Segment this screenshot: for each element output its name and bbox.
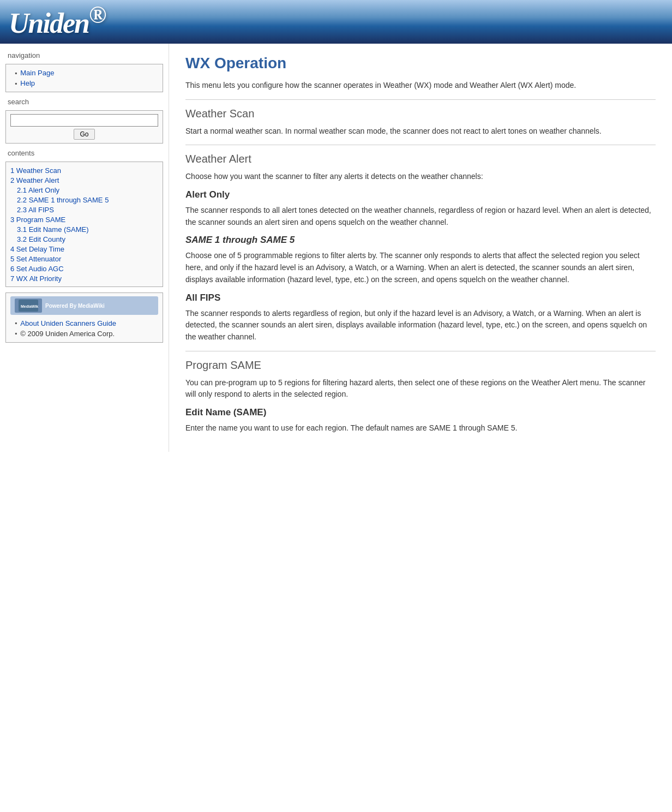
heading-program-same: Program SAME xyxy=(185,359,656,372)
contents-item-2-3[interactable]: 2.3 All FIPS xyxy=(10,205,158,214)
sidebar-footer-box: MediaWiki Powered By MediaWiki About Uni… xyxy=(5,292,163,343)
nav-item-main[interactable]: Main Page xyxy=(10,68,158,78)
section-all-fips: All FIPS The scanner responds to alerts … xyxy=(185,292,656,343)
section-weather-scan: Weather Scan Start a normal weather scan… xyxy=(185,108,656,138)
divider-2 xyxy=(185,145,656,145)
mediawiki-svg: MediaWiki xyxy=(19,300,38,312)
page-layout: navigation Main Page Help search Go xyxy=(0,44,672,452)
contents-list: 1 Weather Scan 2 Weather Alert 2.1 Alert… xyxy=(10,165,158,283)
navigation-title: navigation xyxy=(0,48,169,62)
body-edit-name: Enter the name you want to use for each … xyxy=(185,422,656,434)
sidebar: navigation Main Page Help search Go xyxy=(0,44,169,452)
contents-item-3-1[interactable]: 3.1 Edit Name (SAME) xyxy=(10,224,158,234)
heading-edit-name: Edit Name (SAME) xyxy=(185,407,656,418)
contents-item-7[interactable]: 7 WX Alt Priority xyxy=(10,273,158,283)
contents-title: contents xyxy=(0,146,169,159)
search-box: Go xyxy=(5,110,163,144)
main-content: WX Operation This menu lets you configur… xyxy=(169,44,672,452)
section-alert-only: Alert Only The scanner responds to all a… xyxy=(185,189,656,228)
contents-box: 1 Weather Scan 2 Weather Alert 2.1 Alert… xyxy=(5,162,163,287)
divider-3 xyxy=(185,351,656,351)
contents-item-3[interactable]: 3 Program SAME xyxy=(10,214,158,224)
heading-weather-scan: Weather Scan xyxy=(185,108,656,120)
footer-item-about[interactable]: About Uniden Scanners Guide xyxy=(10,318,158,329)
nav-list: Main Page Help xyxy=(10,68,158,88)
nav-link-help[interactable]: Help xyxy=(20,79,35,87)
heading-alert-only: Alert Only xyxy=(185,189,656,200)
navigation-section: navigation Main Page Help xyxy=(0,48,169,92)
body-alert-only: The scanner responds to all alert tones … xyxy=(185,205,656,228)
page-title: WX Operation xyxy=(185,55,656,72)
search-input[interactable] xyxy=(10,114,158,127)
search-section: search Go xyxy=(0,94,169,144)
logo-text: Uniden® xyxy=(9,8,105,39)
contents-item-5[interactable]: 5 Set Attenuator xyxy=(10,254,158,264)
mediawiki-logo-icon: MediaWiki xyxy=(15,298,42,313)
svg-text:MediaWiki: MediaWiki xyxy=(21,304,38,308)
footer-item-copyright: © 2009 Uniden America Corp. xyxy=(10,329,158,339)
heading-all-fips: All FIPS xyxy=(185,292,656,303)
mediawiki-label: Powered By MediaWiki xyxy=(45,303,105,309)
section-program-same: Program SAME You can pre-program up to 5… xyxy=(185,359,656,401)
nav-link-main[interactable]: Main Page xyxy=(20,69,54,77)
navigation-box: Main Page Help xyxy=(5,64,163,92)
contents-item-6[interactable]: 6 Set Audio AGC xyxy=(10,264,158,273)
body-weather-scan: Start a normal weather scan. In normal w… xyxy=(185,126,656,138)
body-all-fips: The scanner responds to alerts regardles… xyxy=(185,308,656,343)
section-edit-name: Edit Name (SAME) Enter the name you want… xyxy=(185,407,656,434)
nav-item-help[interactable]: Help xyxy=(10,78,158,88)
heading-weather-alert: Weather Alert xyxy=(185,153,656,165)
contents-item-4[interactable]: 4 Set Delay Time xyxy=(10,244,158,254)
search-title: search xyxy=(0,94,169,108)
heading-same: SAME 1 through SAME 5 xyxy=(185,235,656,246)
sidebar-footer-list: About Uniden Scanners Guide © 2009 Unide… xyxy=(10,318,158,339)
section-same: SAME 1 through SAME 5 Choose one of 5 pr… xyxy=(185,235,656,285)
section-weather-alert: Weather Alert Choose how you want the sc… xyxy=(185,153,656,183)
logo-area: Uniden® xyxy=(9,1,105,39)
contents-item-1[interactable]: 1 Weather Scan xyxy=(10,165,158,175)
body-program-same: You can pre-program up to 5 regions for … xyxy=(185,377,656,401)
contents-item-2[interactable]: 2 Weather Alert xyxy=(10,175,158,185)
contents-section: contents 1 Weather Scan 2 Weather Alert … xyxy=(0,146,169,287)
contents-item-2-1[interactable]: 2.1 Alert Only xyxy=(10,185,158,195)
intro-text: This menu lets you configure how the sca… xyxy=(185,80,656,92)
body-same: Choose one of 5 programmable regions to … xyxy=(185,250,656,285)
body-weather-alert: Choose how you want the scanner to filte… xyxy=(185,171,656,183)
page-header: Uniden® xyxy=(0,0,672,44)
mediawiki-badge: MediaWiki Powered By MediaWiki xyxy=(10,296,158,315)
sidebar-footer-section: MediaWiki Powered By MediaWiki About Uni… xyxy=(0,292,169,343)
logo-reg: ® xyxy=(89,2,105,28)
divider-1 xyxy=(185,99,656,100)
contents-item-2-2[interactable]: 2.2 SAME 1 through SAME 5 xyxy=(10,195,158,205)
search-button[interactable]: Go xyxy=(74,129,94,140)
contents-item-3-2[interactable]: 3.2 Edit County xyxy=(10,234,158,244)
